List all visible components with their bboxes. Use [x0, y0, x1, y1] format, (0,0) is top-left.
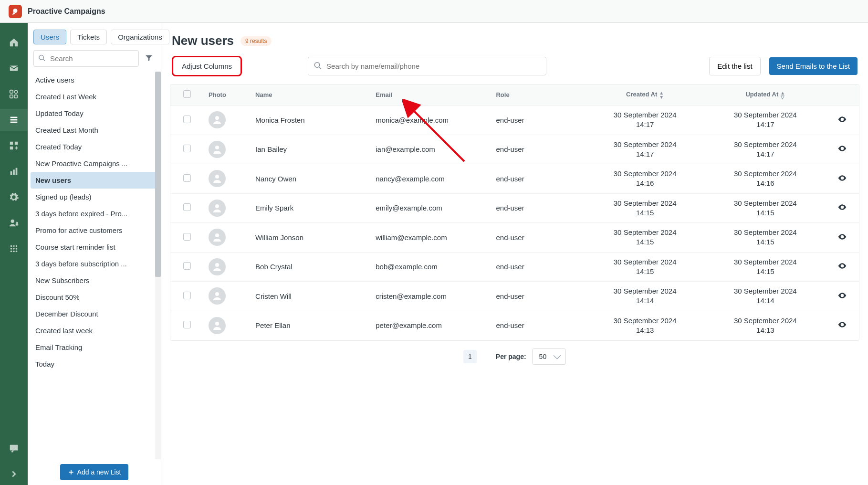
sidebar-item[interactable]: Created Today: [28, 138, 160, 155]
row-checkbox[interactable]: [183, 262, 191, 270]
sort-icon: ▲▽: [780, 91, 785, 99]
cell-created: 30 September 202414:14: [585, 282, 705, 311]
view-icon[interactable]: [837, 323, 847, 331]
col-photo: Photo: [204, 84, 251, 105]
tab-users[interactable]: Users: [33, 30, 66, 44]
row-checkbox[interactable]: [183, 292, 191, 299]
select-all-checkbox[interactable]: [183, 90, 191, 98]
row-checkbox[interactable]: [183, 233, 191, 241]
cell-name: Nancy Owen: [251, 164, 371, 194]
avatar: [209, 111, 226, 128]
rail-analytics-icon[interactable]: [0, 160, 28, 182]
page-title: New users: [172, 33, 234, 48]
cell-created: 30 September 202414:13: [585, 311, 705, 340]
add-list-button[interactable]: Add a new List: [60, 464, 129, 480]
view-icon[interactable]: [837, 117, 847, 126]
view-icon[interactable]: [837, 264, 847, 272]
row-checkbox[interactable]: [183, 116, 191, 123]
sidebar-item[interactable]: Today: [28, 356, 160, 372]
sidebar-item[interactable]: New Proactive Campaigns ...: [28, 155, 160, 172]
view-icon[interactable]: [837, 176, 847, 184]
sidebar-item[interactable]: New users: [31, 172, 157, 189]
sidebar-item[interactable]: Email Tracking: [28, 339, 160, 356]
cell-email: william@example.com: [371, 223, 491, 253]
rail-settings-icon[interactable]: [0, 186, 28, 208]
svg-point-22: [16, 248, 18, 250]
sidebar-item[interactable]: Created Last Week: [28, 88, 160, 105]
adjust-columns-button[interactable]: Adjust Columns: [172, 56, 242, 76]
cell-name: William Jonson: [251, 223, 371, 253]
search-icon: [314, 61, 322, 71]
view-icon[interactable]: [837, 294, 847, 302]
cell-created: 30 September 202414:15: [585, 252, 705, 282]
entity-tabs: UsersTicketsOrganizations: [28, 23, 161, 48]
rail-mail-icon[interactable]: [0, 57, 28, 79]
row-checkbox[interactable]: [183, 203, 191, 211]
sidebar-item[interactable]: Active users: [28, 72, 160, 88]
rail-user-lock-icon[interactable]: [0, 212, 28, 234]
row-checkbox[interactable]: [183, 174, 191, 182]
cell-role: end-user: [491, 135, 585, 164]
tab-tickets[interactable]: Tickets: [70, 30, 107, 44]
svg-point-30: [215, 116, 219, 120]
svg-rect-26: [10, 445, 18, 451]
col-email[interactable]: Email: [371, 84, 491, 105]
row-checkbox[interactable]: [183, 321, 191, 328]
col-created[interactable]: Created At▲▼: [585, 84, 705, 105]
svg-point-38: [215, 233, 219, 237]
cell-name: Monica Frosten: [251, 105, 371, 135]
sidebar-item[interactable]: 3 days before subscription ...: [28, 255, 160, 272]
row-checkbox[interactable]: [183, 145, 191, 152]
sidebar-item[interactable]: Signed up (leads): [28, 189, 160, 205]
cell-updated: 30 September 202414:17: [705, 105, 826, 135]
cell-email: ian@example.com: [371, 135, 491, 164]
tab-organizations[interactable]: Organizations: [111, 30, 169, 44]
view-icon[interactable]: [837, 147, 847, 155]
rail-chat-icon[interactable]: [0, 437, 28, 459]
table-row: Emily Sparkemily@example.comend-user30 S…: [170, 193, 859, 223]
edit-list-button[interactable]: Edit the list: [709, 57, 760, 75]
sidebar-item[interactable]: 3 days before expired - Pro...: [28, 205, 160, 222]
table-search-input[interactable]: [308, 57, 546, 75]
table-row: William Jonsonwilliam@example.comend-use…: [170, 223, 859, 253]
sidebar-item[interactable]: Promo for active customers: [28, 222, 160, 239]
sidebar-item[interactable]: Course start reminder list: [28, 239, 160, 255]
view-icon[interactable]: [837, 205, 847, 213]
page-number[interactable]: 1: [463, 350, 477, 363]
rail-grid-icon[interactable]: [0, 238, 28, 260]
cell-updated: 30 September 202414:15: [705, 223, 826, 253]
filter-icon[interactable]: [143, 52, 155, 65]
col-updated[interactable]: Updated At▲▽: [705, 84, 826, 105]
sidebar-item[interactable]: December Discount: [28, 306, 160, 322]
rail-apps-icon[interactable]: [0, 83, 28, 105]
svg-point-3: [14, 90, 17, 93]
svg-point-36: [215, 204, 219, 208]
sidebar-item[interactable]: New Subscribers: [28, 272, 160, 289]
pager: 1 Per page: 50: [161, 341, 868, 369]
sidebar-search-input[interactable]: [33, 50, 139, 67]
app-logo: [9, 5, 22, 18]
view-icon[interactable]: [837, 235, 847, 243]
col-name[interactable]: Name: [251, 84, 371, 105]
cell-name: Peter Ellan: [251, 311, 371, 340]
svg-point-35: [841, 177, 843, 179]
svg-rect-10: [10, 147, 13, 149]
rail-collapse-icon[interactable]: [0, 463, 28, 485]
cell-created: 30 September 202414:15: [585, 193, 705, 223]
col-role[interactable]: Role: [491, 84, 585, 105]
avatar: [209, 317, 226, 334]
per-page-select[interactable]: 50: [532, 348, 566, 365]
sidebar-item[interactable]: Updated Today: [28, 105, 160, 122]
sidebar-item[interactable]: Discount 50%: [28, 289, 160, 306]
rail-lists-icon[interactable]: [0, 109, 28, 131]
cell-created: 30 September 202414:16: [585, 164, 705, 194]
rail-add-widget-icon[interactable]: [0, 135, 28, 157]
sidebar-list[interactable]: Active usersCreated Last WeekUpdated Tod…: [28, 72, 161, 459]
sidebar-scrollbar[interactable]: [155, 72, 161, 459]
rail-home-icon[interactable]: [0, 32, 28, 53]
sidebar-item[interactable]: Created Last Month: [28, 122, 160, 138]
send-emails-button[interactable]: Send Emails to the List: [769, 57, 858, 75]
svg-point-15: [11, 220, 14, 223]
table-row: Cristen Willcristen@example.comend-user3…: [170, 282, 859, 311]
sidebar-item[interactable]: Created last week: [28, 322, 160, 339]
